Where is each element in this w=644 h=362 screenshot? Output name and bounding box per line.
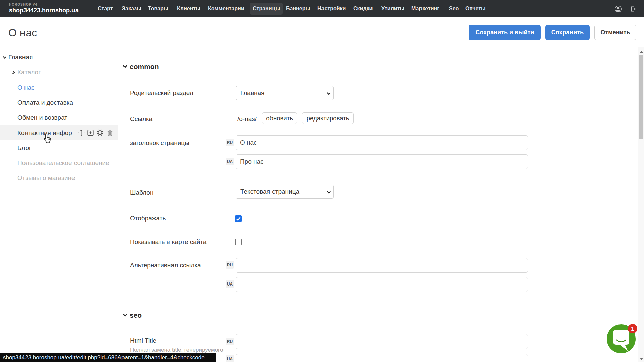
svg-text:1: 1 <box>631 326 634 332</box>
